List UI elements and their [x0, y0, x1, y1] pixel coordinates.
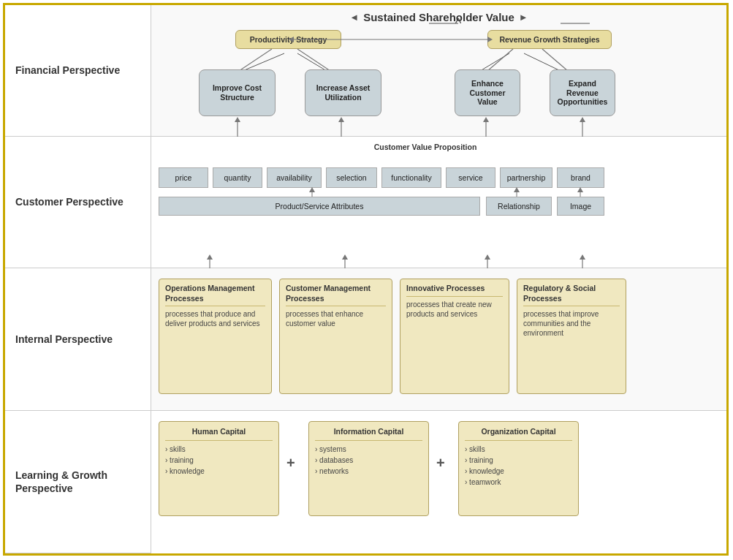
regulatory-process-box: Regulatory & Social Processes processes … [517, 279, 626, 394]
improve-cost-box: Improve CostStructure [199, 69, 276, 116]
price-box: price [159, 167, 208, 188]
selection-box: selection [326, 167, 377, 188]
info-capital-title: Information Capital [315, 426, 422, 441]
internal-perspective-label: Internal Perspective [15, 333, 113, 346]
service-box: service [446, 167, 495, 188]
learning-label-cell: Learning & Growth Perspective [5, 411, 151, 553]
svg-marker-26 [577, 187, 583, 192]
svg-line-7 [297, 49, 330, 71]
learning-perspective-label: Learning & Growth Perspective [15, 469, 140, 495]
content-area: ◄ Sustained Shareholder Value ► Producti… [151, 5, 726, 553]
quantity-box: quantity [213, 167, 262, 188]
revenue-growth-box: Revenue Growth Strategies [487, 30, 612, 49]
hc-item-1: skills [165, 444, 273, 455]
customer-section: Customer Value Proposition price quantit… [151, 137, 726, 268]
human-capital-title: Human Capital [165, 426, 273, 441]
ic-item-3: networks [315, 466, 422, 477]
relationship-box: Relationship [486, 197, 552, 216]
plus-sign-1: + [286, 455, 295, 472]
oc-item-3: knowledge [465, 466, 572, 477]
regulatory-title: Regulatory & Social Processes [523, 284, 620, 306]
operations-title: Operations Management Processes [165, 284, 265, 306]
hc-item-2: training [165, 455, 273, 466]
oc-item-4: teamwork [465, 477, 572, 488]
svg-line-3 [297, 53, 327, 71]
svg-line-6 [239, 49, 272, 71]
innovative-body: processes that create new products and s… [406, 300, 503, 319]
ic-item-2: databases [315, 455, 422, 466]
org-capital-title: Organization Capital [465, 426, 572, 441]
org-capital-box: Organization Capital skills training kno… [458, 421, 579, 516]
ic-item-1: systems [315, 444, 422, 455]
svg-marker-22 [309, 187, 315, 192]
arrow-left-icon: ◄ [349, 12, 359, 23]
oc-item-1: skills [465, 444, 572, 455]
shareholder-value-container: ◄ Sustained Shareholder Value ► [349, 11, 528, 23]
financial-section: ◄ Sustained Shareholder Value ► Producti… [151, 5, 726, 137]
main-layout: Financial Perspective Customer Perspecti… [5, 5, 726, 553]
availability-box: availability [267, 167, 322, 188]
oc-item-2: training [465, 455, 572, 466]
hc-item-3: knowledge [165, 466, 273, 477]
brand-box: brand [557, 167, 604, 188]
outer-frame: Financial Perspective Customer Perspecti… [3, 3, 729, 556]
arrow-right-icon: ► [519, 12, 528, 23]
customer-mgmt-title: Customer Management Processes [286, 284, 386, 306]
functionality-box: functionality [381, 167, 441, 188]
human-capital-box: Human Capital skills training knowledge [159, 421, 279, 516]
internal-label-cell: Internal Perspective [5, 268, 151, 411]
svg-marker-24 [514, 187, 520, 192]
financial-perspective-label: Financial Perspective [15, 64, 120, 77]
financial-label-cell: Financial Perspective [5, 5, 151, 137]
innovative-process-box: Innovative Processes processes that crea… [400, 279, 509, 394]
learning-section: Human Capital skills training knowledge … [151, 411, 726, 553]
increase-asset-box: Increase AssetUtilization [305, 69, 381, 116]
plus-sign-2: + [436, 455, 445, 472]
regulatory-body: processes that improve communities and t… [523, 309, 620, 338]
operations-body: processes that produce and deliver produ… [165, 309, 265, 328]
svg-line-2 [243, 53, 284, 71]
internal-section: Operations Management Processes processe… [151, 268, 726, 411]
svg-line-8 [487, 49, 513, 71]
partnership-box: partnership [500, 167, 552, 188]
expand-revenue-box: ExpandRevenueOpportunities [550, 69, 615, 116]
svg-line-9 [542, 49, 568, 71]
product-service-bar: Product/Service Attributes [159, 197, 480, 216]
customer-mgmt-body: processes that enhance customer value [286, 309, 386, 328]
information-capital-box: Information Capital systems databases ne… [308, 421, 429, 516]
image-box: Image [557, 197, 604, 216]
operations-process-box: Operations Management Processes processe… [159, 279, 272, 394]
value-proposition-label: Customer Value Proposition [371, 143, 480, 151]
svg-line-5 [524, 53, 561, 71]
customer-label-cell: Customer Perspective [5, 137, 151, 268]
productivity-strategy-box: Productivity Strategy [235, 30, 341, 49]
left-labels: Financial Perspective Customer Perspecti… [5, 5, 151, 553]
svg-line-4 [480, 53, 509, 71]
enhance-customer-box: EnhanceCustomerValue [455, 69, 520, 116]
customer-management-box: Customer Management Processes processes … [279, 279, 392, 394]
customer-perspective-label: Customer Perspective [15, 195, 124, 208]
shareholder-title: Sustained Shareholder Value [363, 11, 514, 23]
innovative-title: Innovative Processes [406, 284, 503, 297]
